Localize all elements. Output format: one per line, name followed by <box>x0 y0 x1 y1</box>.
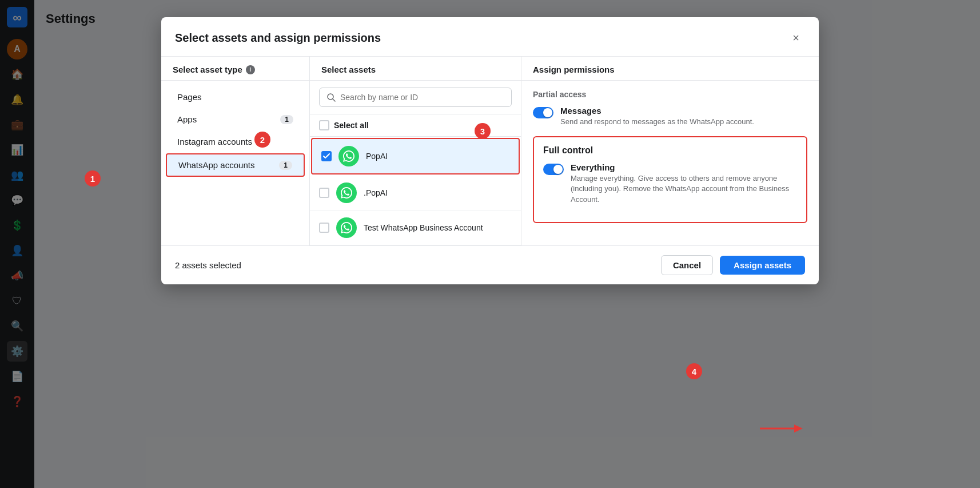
search-box <box>310 81 521 114</box>
everything-permission: Everything Manage everything. Give acces… <box>543 162 797 205</box>
whatsapp-icon-2 <box>336 182 357 203</box>
assets-selected-count: 2 assets selected <box>175 260 241 270</box>
select-assets-header: Select assets <box>310 57 521 81</box>
close-button[interactable]: × <box>787 29 805 47</box>
step-1-badge: 1 <box>85 170 101 187</box>
full-control-section: Full control Everything Manage everythin… <box>533 136 807 223</box>
asset-type-pages[interactable]: Pages <box>166 86 305 108</box>
modal-title: Select assets and assign permissions <box>175 31 381 45</box>
partial-access-title: Partial access <box>533 90 807 99</box>
search-input-wrap <box>319 88 512 107</box>
modal-header: Select assets and assign permissions × <box>161 17 819 57</box>
whatsapp-icon-3 <box>336 217 357 238</box>
step-3-badge: 3 <box>475 123 491 139</box>
asset-list: PopAI .PopAI <box>310 137 521 245</box>
asset-type-list: Pages Apps 1 Instagram accounts WhatsApp… <box>161 81 309 245</box>
asset-item-popai2[interactable]: .PopAI <box>310 176 521 211</box>
asset-type-info-icon[interactable]: i <box>246 65 255 74</box>
messages-desc: Send and respond to messages as the What… <box>560 117 807 127</box>
step-4-badge: 4 <box>686 363 702 379</box>
modal-body: Select asset type i Pages Apps 1 Instagr… <box>161 57 819 245</box>
everything-toggle[interactable] <box>543 164 564 175</box>
asset-checkbox-2[interactable] <box>319 188 329 198</box>
modal: Select assets and assign permissions × S… <box>161 17 819 284</box>
assign-button[interactable]: Assign assets <box>720 256 805 275</box>
asset-name-1: PopAI <box>366 152 388 161</box>
select-all-checkbox[interactable] <box>319 120 329 130</box>
asset-type-whatsapp[interactable]: WhatsApp accounts 1 <box>166 153 305 177</box>
svg-line-3 <box>333 99 335 101</box>
search-icon <box>326 93 336 102</box>
whatsapp-icon-1 <box>338 146 359 166</box>
asset-name-3: Test WhatsApp Business Account <box>364 223 483 232</box>
select-assets-column: Select assets Select all <box>310 57 521 245</box>
asset-type-apps[interactable]: Apps 1 <box>166 109 305 130</box>
modal-overlay: Select assets and assign permissions × S… <box>0 0 980 488</box>
asset-item-popai-selected[interactable]: PopAI <box>311 138 520 174</box>
asset-name-2: .PopAI <box>364 188 388 197</box>
step-2-badge: 2 <box>254 132 270 148</box>
assign-permissions-column: Assign permissions Partial access Messag… <box>521 57 819 245</box>
everything-title: Everything <box>571 162 797 172</box>
messages-permission: Messages Send and respond to messages as… <box>533 106 807 127</box>
full-control-title: Full control <box>543 145 797 156</box>
everything-desc: Manage everything. Give access to others… <box>571 173 797 205</box>
messages-text: Messages Send and respond to messages as… <box>560 106 807 127</box>
red-arrow <box>757 420 803 441</box>
cancel-button[interactable]: Cancel <box>661 255 713 275</box>
modal-footer: 2 assets selected Cancel Assign assets <box>161 245 819 284</box>
asset-type-header: Select asset type i <box>161 57 309 81</box>
messages-title: Messages <box>560 106 807 116</box>
asset-type-instagram[interactable]: Instagram accounts <box>166 131 305 152</box>
messages-toggle[interactable] <box>533 107 553 118</box>
asset-type-column: Select asset type i Pages Apps 1 Instagr… <box>161 57 310 245</box>
search-input[interactable] <box>340 93 504 102</box>
asset-checkbox-1[interactable] <box>321 151 332 161</box>
permissions-content: Partial access Messages Send and respond… <box>521 81 819 245</box>
assign-permissions-header: Assign permissions <box>521 57 819 81</box>
asset-checkbox-3[interactable] <box>319 223 329 233</box>
everything-text: Everything Manage everything. Give acces… <box>571 162 797 205</box>
svg-marker-5 <box>794 424 803 433</box>
footer-actions: Cancel Assign assets <box>661 255 805 275</box>
asset-item-test[interactable]: Test WhatsApp Business Account <box>310 211 521 245</box>
